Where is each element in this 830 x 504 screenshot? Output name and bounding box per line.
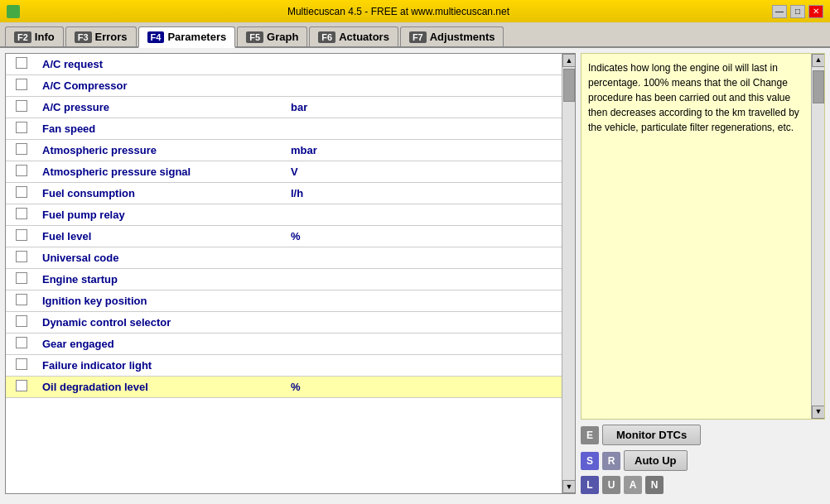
param-name: A/C request: [37, 54, 286, 75]
tab-actuators-label: Actuators: [339, 31, 389, 43]
param-checkbox[interactable]: [16, 165, 27, 176]
tab-errors[interactable]: F3 Errors: [65, 26, 137, 46]
param-name: Universal code: [37, 247, 286, 269]
param-name: A/C Compressor: [37, 75, 286, 97]
param-checkbox[interactable]: [16, 57, 27, 69]
param-name: Dynamic control selector: [37, 312, 286, 334]
param-name: Ignition key position: [37, 290, 286, 312]
param-unit: [286, 75, 562, 97]
table-row[interactable]: Atmospheric pressure signal V: [6, 161, 562, 183]
param-unit: [286, 312, 562, 334]
param-unit: [286, 247, 562, 269]
scrollbar-thumb[interactable]: [563, 69, 575, 102]
param-checkbox[interactable]: [16, 208, 27, 219]
main-content: A/C request A/C Compressor A/C pressure …: [0, 48, 830, 499]
tab-actuators[interactable]: F6 Actuators: [309, 26, 398, 46]
monitor-dtcs-key: E: [581, 426, 599, 444]
scroll-down-arrow[interactable]: ▼: [562, 480, 576, 493]
info-scrollbar[interactable]: ▲ ▼: [811, 54, 824, 419]
tab-graph[interactable]: F5 Graph: [237, 26, 307, 46]
param-unit: [286, 334, 562, 355]
param-checkbox[interactable]: [16, 229, 27, 241]
param-checkbox[interactable]: [16, 380, 27, 391]
tab-adjustments-label: Adjustments: [430, 31, 495, 43]
param-checkbox[interactable]: [16, 337, 27, 348]
table-row[interactable]: Fuel level %: [6, 226, 562, 247]
param-unit: [286, 269, 562, 290]
table-row[interactable]: A/C request: [6, 54, 562, 75]
param-checkbox[interactable]: [16, 100, 27, 112]
tab-actuators-fkey: F6: [318, 31, 335, 43]
tab-adjustments-fkey: F7: [409, 31, 427, 43]
param-name: Fuel pump relay: [37, 204, 286, 226]
table-row[interactable]: Failure indicator light: [6, 355, 562, 377]
table-row[interactable]: Fuel pump relay: [6, 204, 562, 226]
info-scrollbar-thumb[interactable]: [813, 70, 824, 103]
param-checkbox[interactable]: [16, 251, 27, 262]
table-row[interactable]: Dynamic control selector: [6, 312, 562, 334]
info-scroll-up[interactable]: ▲: [812, 54, 825, 67]
param-unit: [286, 204, 562, 226]
param-name: Fan speed: [37, 118, 286, 140]
table-row[interactable]: A/C Compressor: [6, 75, 562, 97]
param-checkbox[interactable]: [16, 79, 27, 90]
maximize-button[interactable]: □: [790, 5, 805, 18]
param-unit: [286, 54, 562, 75]
tab-parameters-fkey: F4: [147, 31, 165, 43]
param-name: Failure indicator light: [37, 355, 286, 377]
param-checkbox[interactable]: [16, 315, 27, 327]
tab-adjustments[interactable]: F7 Adjustments: [400, 26, 504, 46]
minimize-button[interactable]: —: [772, 5, 787, 18]
param-name: Fuel level: [37, 226, 286, 247]
param-unit: mbar: [286, 140, 562, 161]
param-checkbox[interactable]: [16, 186, 27, 198]
bottom-keys-row: L U A N: [581, 476, 825, 494]
param-checkbox[interactable]: [16, 122, 27, 133]
table-row[interactable]: Gear engaged: [6, 334, 562, 355]
tab-graph-label: Graph: [267, 31, 298, 43]
param-name: Atmospheric pressure: [37, 140, 286, 161]
info-text: Indicates how long the engine oil will l…: [588, 60, 803, 135]
right-panel: Indicates how long the engine oil will l…: [581, 53, 825, 494]
key-n-badge: N: [645, 476, 664, 494]
tab-info-fkey: F2: [14, 31, 31, 43]
param-checkbox[interactable]: [16, 143, 27, 155]
table-row[interactable]: Universal code: [6, 247, 562, 269]
param-checkbox[interactable]: [16, 358, 27, 370]
param-unit: %: [286, 226, 562, 247]
monitor-dtcs-row: E Monitor DTCs: [581, 425, 825, 445]
tab-parameters[interactable]: F4 Parameters: [138, 26, 236, 48]
monitor-dtcs-button[interactable]: Monitor DTCs: [602, 425, 701, 445]
tab-graph-fkey: F5: [246, 31, 263, 43]
table-row[interactable]: A/C pressure bar: [6, 97, 562, 118]
info-box: Indicates how long the engine oil will l…: [581, 53, 825, 420]
key-u-badge: U: [602, 476, 620, 494]
table-row[interactable]: Fan speed: [6, 118, 562, 140]
close-button[interactable]: ✕: [808, 5, 823, 18]
tab-parameters-label: Parameters: [167, 31, 226, 43]
auto-up-button[interactable]: Auto Up: [624, 450, 688, 471]
table-row[interactable]: Oil degradation level %: [6, 377, 562, 398]
param-unit: V: [286, 161, 562, 183]
table-row[interactable]: Fuel consumption l/h: [6, 183, 562, 204]
table-row[interactable]: Atmospheric pressure mbar: [6, 140, 562, 161]
param-unit: [286, 118, 562, 140]
autoup-row: S R Auto Up: [581, 450, 825, 471]
info-scroll-down[interactable]: ▼: [812, 406, 825, 419]
tab-bar: F2 Info F3 Errors F4 Parameters F5 Graph…: [0, 23, 830, 48]
app-icon: [7, 5, 20, 18]
param-unit: %: [286, 377, 562, 398]
window-controls: — □ ✕: [772, 5, 823, 18]
scroll-up-arrow[interactable]: ▲: [562, 54, 576, 67]
tab-info[interactable]: F2 Info: [5, 26, 64, 46]
window-title: Multiecuscan 4.5 - FREE at www.multiecus…: [25, 6, 772, 17]
table-scrollbar[interactable]: ▲ ▼: [562, 54, 575, 493]
param-checkbox[interactable]: [16, 272, 27, 284]
param-name: Fuel consumption: [37, 183, 286, 204]
table-row[interactable]: Ignition key position: [6, 290, 562, 312]
tab-errors-label: Errors: [95, 31, 128, 43]
table-row[interactable]: Engine startup: [6, 269, 562, 290]
param-unit: [286, 290, 562, 312]
param-unit: [286, 355, 562, 377]
param-checkbox[interactable]: [16, 294, 27, 305]
